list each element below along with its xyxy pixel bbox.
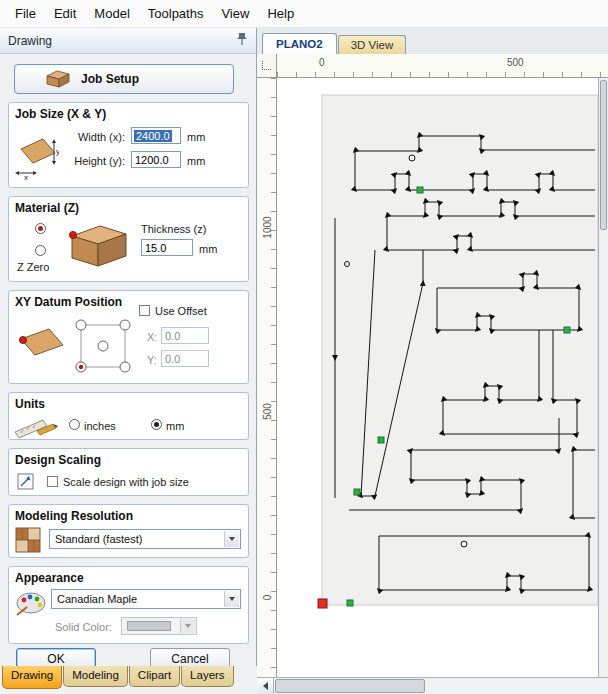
z-zero-label: Z Zero — [17, 261, 49, 273]
height-input[interactable] — [131, 151, 181, 168]
tab-plano2[interactable]: PLANO2 — [262, 33, 337, 54]
solid-color-select[interactable] — [121, 617, 197, 635]
offset-y-input[interactable] — [161, 350, 209, 367]
ok-label: OK — [47, 652, 64, 666]
document-view: PLANO2 3D View 0 500 1000 500 0 — [257, 28, 608, 694]
z-zero-bottom-radio[interactable] — [35, 245, 46, 256]
wood-block-icon — [45, 69, 71, 89]
modeling-resolution-title: Modeling Resolution — [15, 509, 133, 523]
xy-datum-title: XY Datum Position — [15, 295, 122, 309]
offset-x-input[interactable] — [161, 327, 209, 344]
xy-datum-group: XY Datum Position Use Offset X: Y: — [8, 290, 249, 384]
units-inches-label: inches — [84, 420, 116, 432]
v-ruler-label: 1000 — [262, 213, 273, 243]
ruler-corner — [257, 54, 277, 78]
modeling-resolution-value: Standard (fastest) — [55, 533, 142, 545]
vertical-ruler: 1000 500 0 — [257, 78, 277, 677]
units-inches-radio[interactable] — [69, 419, 80, 430]
solid-color-swatch — [127, 621, 171, 631]
units-group: Units inches mm — [8, 392, 249, 440]
material-sheet — [322, 95, 598, 605]
menu-toolpaths[interactable]: Toolpaths — [139, 1, 213, 26]
width-unit: mm — [187, 131, 205, 143]
design-scaling-title: Design Scaling — [15, 453, 101, 467]
resolution-grid-icon — [15, 527, 41, 553]
v-ruler-label: 0 — [262, 583, 273, 613]
menu-file[interactable]: File — [6, 1, 45, 26]
chevron-down-icon[interactable] — [224, 531, 239, 547]
menu-bar: File Edit Model Toolpaths View Help — [0, 0, 608, 28]
horizontal-scrollbar[interactable] — [257, 677, 608, 694]
thickness-label: Thickness (z) — [141, 223, 206, 235]
modeling-resolution-group: Modeling Resolution Standard (fastest) — [8, 504, 249, 558]
vector-drawing — [277, 78, 598, 677]
h-ruler-label: 0 — [319, 57, 325, 68]
height-label: Height (y): — [57, 155, 125, 167]
panel-title: Drawing — [8, 34, 52, 48]
tab-3d-view[interactable]: 3D View — [338, 35, 407, 54]
chevron-down-icon[interactable] — [224, 591, 239, 607]
chevron-down-icon — [180, 619, 195, 633]
application-window: File Edit Model Toolpaths View Help Draw… — [0, 0, 608, 694]
units-title: Units — [15, 397, 45, 411]
job-setup-label: Job Setup — [81, 72, 139, 86]
appearance-material-select[interactable]: Canadian Maple — [51, 589, 241, 609]
width-value: 2400.0 — [134, 130, 172, 142]
tab-drawing[interactable]: Drawing — [2, 666, 62, 689]
thickness-input[interactable] — [141, 239, 193, 256]
job-setup-button[interactable]: Job Setup — [14, 64, 234, 94]
design-scaling-group: Design Scaling Scale design with job siz… — [8, 448, 249, 496]
job-size-group: Job Size (X & Y) x y Width (x): 2400.0 m… — [8, 102, 249, 188]
v-ruler-label: 500 — [262, 397, 273, 427]
ruler-origin-icon — [262, 61, 271, 70]
solid-color-label: Solid Color: — [55, 621, 112, 633]
offset-y-label: Y: — [147, 354, 157, 366]
width-input[interactable]: 2400.0 — [131, 127, 181, 144]
material-group: Material (Z) Z Zero Thickness (z) mm — [8, 196, 249, 282]
units-mm-label: mm — [166, 420, 184, 432]
panel-tab-strip: Drawing Modeling Clipart Layers — [0, 666, 257, 694]
origin-marker — [318, 599, 327, 608]
use-offset-label: Use Offset — [155, 305, 207, 317]
panel-header: Drawing — [0, 28, 256, 54]
menu-view[interactable]: View — [212, 1, 258, 26]
height-unit: mm — [187, 155, 205, 167]
menu-help[interactable]: Help — [258, 1, 303, 26]
scroll-left-button[interactable] — [257, 678, 274, 694]
width-label: Width (x): — [57, 131, 125, 143]
datum-position-widget[interactable] — [69, 315, 141, 379]
menu-model[interactable]: Model — [85, 1, 138, 26]
appearance-title: Appearance — [15, 571, 84, 585]
horizontal-scroll-thumb[interactable] — [275, 679, 425, 693]
horizontal-ruler: 0 500 — [277, 54, 608, 78]
units-mm-radio[interactable] — [151, 419, 162, 430]
scale-design-checkbox[interactable] — [47, 476, 58, 487]
h-ruler-label: 500 — [507, 57, 524, 68]
scale-design-label: Scale design with job size — [63, 476, 189, 488]
thickness-unit: mm — [199, 243, 217, 255]
ruler-pencil-icon — [13, 415, 59, 439]
z-zero-top-radio[interactable] — [35, 223, 46, 234]
document-tab-strip: PLANO2 3D View — [257, 28, 608, 54]
arrow-left-icon — [263, 682, 268, 690]
job-size-title: Job Size (X & Y) — [15, 107, 106, 121]
drawing-canvas[interactable] — [277, 78, 598, 677]
modeling-resolution-select[interactable]: Standard (fastest) — [49, 529, 241, 549]
cancel-label: Cancel — [171, 652, 208, 666]
appearance-group: Appearance Canadian Maple Solid Color: — [8, 566, 249, 644]
material-title: Material (Z) — [15, 201, 79, 215]
appearance-material-value: Canadian Maple — [57, 593, 137, 605]
tab-modeling[interactable]: Modeling — [63, 666, 128, 687]
tab-clipart[interactable]: Clipart — [129, 666, 180, 687]
vertical-scroll-thumb[interactable] — [600, 80, 607, 230]
use-offset-checkbox[interactable] — [139, 305, 150, 316]
offset-x-label: X: — [147, 331, 157, 343]
material-block-icon — [65, 219, 131, 271]
scale-box-icon — [17, 473, 35, 491]
menu-edit[interactable]: Edit — [45, 1, 85, 26]
tab-layers[interactable]: Layers — [181, 666, 234, 687]
svg-text:x: x — [24, 173, 28, 181]
pin-icon[interactable] — [236, 32, 248, 50]
job-size-sheet-icon: x y — [13, 131, 59, 181]
vertical-scrollbar[interactable] — [598, 78, 608, 677]
